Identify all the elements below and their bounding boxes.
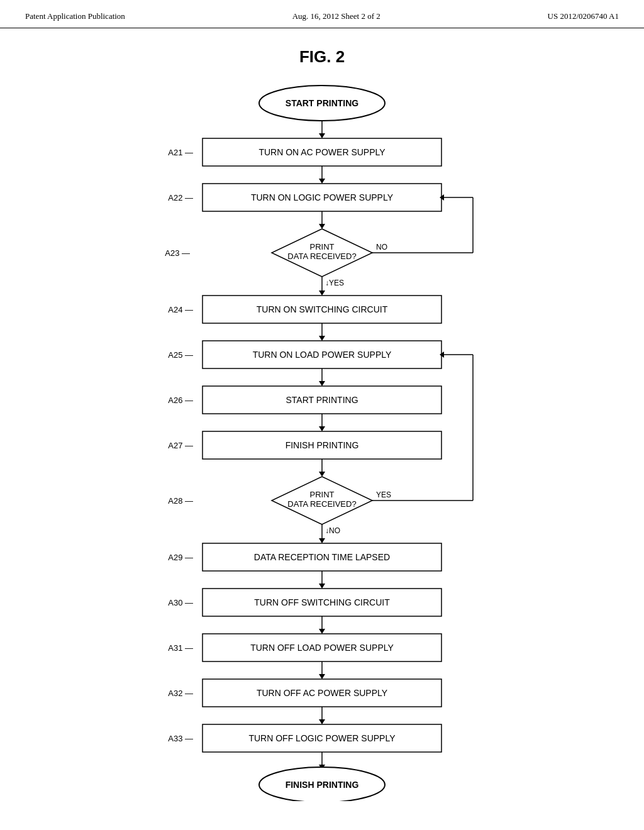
svg-marker-8 [319, 224, 325, 229]
step-a28-line1: PRINT [310, 490, 335, 499]
header-left: Patent Application Publication [25, 11, 125, 21]
a23-no-label: NO [376, 243, 387, 252]
label-a25: A25 — [168, 350, 193, 360]
step-a26-text: START PRINTING [286, 395, 358, 405]
step-a31-text: TURN OFF LOAD POWER SUPPLY [250, 643, 394, 653]
header-center: Aug. 16, 2012 Sheet 2 of 2 [292, 11, 380, 21]
svg-marker-2 [319, 133, 325, 138]
step-a32-text: TURN OFF AC POWER SUPPLY [257, 688, 388, 698]
svg-marker-37 [319, 584, 325, 589]
flowchart-svg: START PRINTING TURN ON AC POWER SUPPLY A… [102, 78, 542, 801]
label-a23: A23 — [165, 248, 190, 258]
diagram-container: FIG. 2 START PRINTING TURN ON AC POWER S… [0, 28, 644, 826]
svg-marker-27 [319, 472, 325, 477]
page: Patent Application Publication Aug. 16, … [0, 0, 644, 830]
step-a25-text: TURN ON LOAD POWER SUPPLY [253, 350, 392, 360]
label-a29: A29 — [168, 553, 193, 562]
step-a23-line1: PRINT [310, 242, 335, 252]
a28-yes-label: YES [376, 490, 391, 499]
step-a27-text: FINISH PRINTING [286, 440, 359, 450]
label-a22: A22 — [168, 193, 193, 202]
svg-marker-5 [319, 179, 325, 184]
step-a21-text: TURN ON AC POWER SUPPLY [258, 147, 386, 157]
label-a27: A27 — [168, 441, 193, 450]
label-a26: A26 — [168, 396, 193, 405]
page-header: Patent Application Publication Aug. 16, … [0, 0, 644, 28]
step-a33-text: TURN OFF LOGIC POWER SUPPLY [248, 733, 396, 743]
step-a23-line2: DATA RECEIVED? [287, 252, 356, 261]
svg-marker-34 [319, 538, 325, 543]
step-a29-text: DATA RECEPTION TIME LAPSED [254, 552, 390, 562]
fig-title: FIG. 2 [299, 47, 345, 67]
svg-marker-18 [319, 336, 325, 341]
step-a30-text: TURN OFF SWITCHING CIRCUIT [254, 597, 390, 607]
label-a33: A33 — [168, 734, 193, 743]
svg-marker-15 [319, 290, 325, 296]
a28-no-label: ↓NO [325, 526, 340, 535]
label-a31: A31 — [168, 643, 193, 653]
label-a24: A24 — [168, 305, 193, 314]
header-right: US 2012/0206740 A1 [548, 11, 619, 21]
step-a28-line2: DATA RECEIVED? [287, 499, 356, 509]
label-a21: A21 — [168, 148, 193, 157]
label-a28: A28 — [168, 496, 193, 506]
svg-marker-21 [319, 381, 325, 386]
svg-marker-43 [319, 674, 325, 679]
svg-marker-40 [319, 629, 325, 634]
a23-yes-label: ↓YES [325, 279, 344, 287]
label-a32: A32 — [168, 689, 193, 698]
step-a24-text: TURN ON SWITCHING CIRCUIT [257, 304, 388, 314]
svg-marker-46 [319, 719, 325, 724]
step-a22-text: TURN ON LOGIC POWER SUPPLY [251, 192, 394, 202]
end-oval: FINISH PRINTING [286, 780, 359, 790]
label-a30: A30 — [168, 598, 193, 607]
start-oval: START PRINTING [286, 98, 359, 108]
svg-marker-24 [319, 426, 325, 431]
